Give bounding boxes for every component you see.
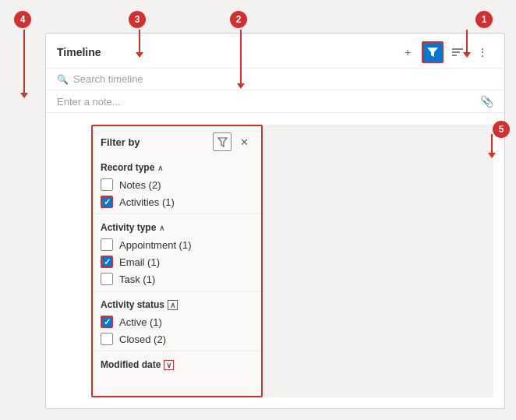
active-checkbox[interactable] — [101, 316, 113, 328]
activities-checkbox[interactable] — [101, 196, 113, 208]
filter-item-task[interactable]: Task (1) — [93, 270, 261, 288]
activity-type-section-title: Activity type ∧ — [93, 217, 261, 236]
filter-item-activities[interactable]: Activities (1) — [93, 193, 261, 210]
badge-5: 5 — [493, 121, 510, 138]
divider-1 — [93, 214, 261, 214]
arrow-activities — [91, 198, 92, 206]
filter-panel-header: Filter by ✕ — [93, 126, 261, 157]
divider-2 — [93, 291, 261, 291]
notes-checkbox[interactable] — [101, 178, 113, 191]
record-type-label: Record type — [101, 162, 154, 173]
sort-icon — [452, 48, 463, 57]
badge-2: 2 — [230, 11, 247, 28]
timeline-actions: + ⋮ — [397, 41, 493, 63]
filter-icon — [427, 47, 438, 58]
record-type-section-title: Record type ∧ — [93, 157, 261, 176]
search-icon: 🔍 — [57, 74, 69, 85]
notes-label: Notes (2) — [119, 179, 161, 191]
filter-item-closed[interactable]: Closed (2) — [93, 330, 261, 348]
more-button[interactable]: ⋮ — [472, 41, 493, 63]
modified-date-section-title: Modified date ∨ — [93, 355, 261, 373]
email-label: Email (1) — [119, 256, 160, 268]
modified-date-label: Modified date — [101, 359, 161, 370]
activities-label: Activities (1) — [119, 196, 175, 208]
filter-panel-title: Filter by — [101, 136, 140, 148]
arrow-email — [91, 258, 92, 266]
timeline-panel: Timeline + ⋮ 🔍 — [45, 33, 505, 409]
add-button[interactable]: + — [397, 41, 419, 63]
appointment-checkbox[interactable] — [101, 238, 113, 251]
note-input-area[interactable]: Enter a note... 📎 — [46, 90, 504, 113]
filter-item-email[interactable]: Email (1) — [93, 253, 261, 270]
svg-marker-4 — [218, 138, 227, 146]
activity-type-chevron: ∧ — [159, 224, 164, 232]
closed-checkbox[interactable] — [101, 333, 113, 345]
arrow-active — [91, 318, 92, 326]
svg-marker-0 — [427, 48, 438, 57]
filter-clear-icon — [217, 137, 228, 147]
activity-type-label: Activity type — [101, 222, 156, 233]
closed-label: Closed (2) — [119, 334, 166, 345]
email-checkbox[interactable] — [101, 256, 113, 268]
filter-right-area — [264, 125, 493, 397]
attach-icon: 📎 — [480, 95, 493, 108]
record-type-chevron: ∧ — [157, 164, 163, 172]
arrow-2 — [240, 30, 242, 84]
activity-status-chevron: ∧ — [168, 300, 178, 310]
badge-1: 1 — [475, 11, 493, 28]
timeline-title: Timeline — [57, 46, 101, 58]
filter-close-button[interactable]: ✕ — [235, 132, 253, 151]
modified-date-chevron: ∨ — [164, 360, 174, 370]
note-placeholder: Enter a note... — [57, 96, 121, 108]
activity-status-label: Activity status — [101, 299, 164, 310]
filter-item-notes[interactable]: Notes (2) — [93, 176, 261, 193]
search-bar[interactable]: 🔍 Search timeline — [46, 69, 504, 90]
filter-clear-button[interactable] — [213, 132, 231, 151]
arrow-5 — [491, 134, 493, 154]
filter-header-icons: ✕ — [213, 132, 253, 151]
task-label: Task (1) — [119, 274, 155, 285]
arrow-1 — [466, 30, 468, 53]
timeline-header: Timeline + ⋮ — [46, 34, 504, 69]
active-label: Active (1) — [119, 316, 162, 328]
divider-3 — [93, 351, 261, 351]
close-icon: ✕ — [240, 136, 249, 148]
arrow-3 — [139, 30, 140, 53]
filter-item-active[interactable]: Active (1) — [93, 313, 261, 330]
appointment-label: Appointment (1) — [119, 239, 192, 251]
filter-item-appointment[interactable]: Appointment (1) — [93, 236, 261, 253]
arrow-4 — [23, 30, 25, 94]
filter-button[interactable] — [422, 41, 444, 63]
task-checkbox[interactable] — [101, 273, 113, 285]
badge-3: 3 — [129, 11, 146, 28]
badge-4: 4 — [14, 11, 31, 28]
page-container: 1 2 3 4 5 Timeline + — [0, 0, 516, 420]
filter-panel: Filter by ✕ Record type ∧ — [91, 125, 263, 397]
search-placeholder: Search timeline — [73, 73, 143, 85]
activity-status-section-title: Activity status ∧ — [93, 295, 261, 313]
